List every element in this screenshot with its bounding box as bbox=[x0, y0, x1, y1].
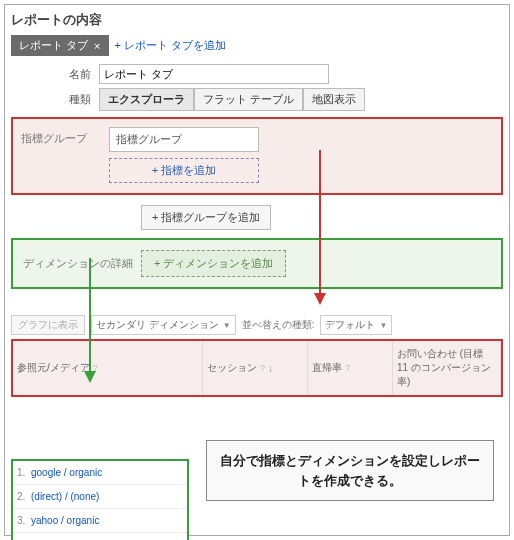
add-dimension-button[interactable]: + ディメンションを追加 bbox=[141, 250, 286, 277]
dimension-label: ディメンションの詳細 bbox=[23, 256, 133, 271]
tab-bar: レポート タブ × + レポート タブを追加 bbox=[11, 35, 503, 56]
list-item[interactable]: 4.web-tan.forum.impressrd.jp / referral bbox=[13, 533, 187, 540]
report-tab[interactable]: レポート タブ × bbox=[11, 35, 109, 56]
row-number: 1. bbox=[17, 467, 31, 478]
sort-desc-icon: ↓ bbox=[268, 363, 273, 374]
close-icon[interactable]: × bbox=[94, 40, 100, 52]
sort-label: 並べ替えの種類: bbox=[242, 318, 315, 332]
list-item[interactable]: 2.(direct) / (none) bbox=[13, 485, 187, 509]
add-metric-button[interactable]: + 指標を追加 bbox=[109, 158, 259, 183]
secondary-dimension-select[interactable]: セカンダリ ディメンション▼ bbox=[91, 315, 236, 335]
source-list: 1.google / organic2.(direct) / (none)3.y… bbox=[11, 459, 189, 540]
list-item[interactable]: 1.google / organic bbox=[13, 461, 187, 485]
help-icon: ? bbox=[93, 363, 98, 373]
page-title: レポートの内容 bbox=[11, 11, 503, 29]
source-link[interactable]: (direct) / (none) bbox=[31, 491, 99, 502]
header-bounce[interactable]: 直帰率? bbox=[308, 341, 393, 395]
add-metric-group-button[interactable]: + 指標グループを追加 bbox=[141, 205, 271, 230]
header-source[interactable]: 参照元/メディア? bbox=[13, 341, 203, 395]
sort-select[interactable]: デフォルト▼ bbox=[320, 315, 392, 335]
help-icon: ? bbox=[260, 363, 265, 373]
chevron-down-icon: ▼ bbox=[379, 321, 387, 330]
type-flat-button[interactable]: フラット テーブル bbox=[194, 88, 303, 111]
chevron-down-icon: ▼ bbox=[223, 321, 231, 330]
metric-group-box: 指標グループ 指標グループ + 指標を追加 bbox=[11, 117, 503, 195]
row-number: 2. bbox=[17, 491, 31, 502]
metric-group-label: 指標グループ bbox=[21, 127, 101, 183]
source-link[interactable]: google / organic bbox=[31, 467, 102, 478]
type-buttons: エクスプローラ フラット テーブル 地図表示 bbox=[99, 88, 365, 111]
header-goal[interactable]: お問い合わせ (目標 11 のコンバージョン率) bbox=[393, 341, 501, 395]
name-label: 名前 bbox=[11, 67, 99, 82]
help-icon: ? bbox=[345, 363, 350, 373]
type-label: 種類 bbox=[11, 92, 99, 107]
dimension-box: ディメンションの詳細 + ディメンションを追加 bbox=[11, 238, 503, 289]
tab-label: レポート タブ bbox=[19, 38, 88, 53]
type-map-button[interactable]: 地図表示 bbox=[303, 88, 365, 111]
annotation-callout: 自分で指標とディメンションを設定しレポートを作成できる。 bbox=[206, 440, 494, 501]
list-item[interactable]: 3.yahoo / organic bbox=[13, 509, 187, 533]
metric-group-field[interactable]: 指標グループ bbox=[109, 127, 259, 152]
add-tab-link[interactable]: + レポート タブを追加 bbox=[115, 38, 227, 53]
table-header: 参照元/メディア? セッション? ↓ 直帰率? お問い合わせ (目標 11 のコ… bbox=[11, 339, 503, 397]
type-explorer-button[interactable]: エクスプローラ bbox=[99, 88, 194, 111]
source-link[interactable]: yahoo / organic bbox=[31, 515, 99, 526]
graph-toggle-button[interactable]: グラフに表示 bbox=[11, 315, 85, 335]
row-number: 3. bbox=[17, 515, 31, 526]
control-bar: グラフに表示 セカンダリ ディメンション▼ 並べ替えの種類: デフォルト▼ bbox=[11, 315, 503, 335]
header-sessions[interactable]: セッション? ↓ bbox=[203, 341, 308, 395]
name-input[interactable] bbox=[99, 64, 329, 84]
